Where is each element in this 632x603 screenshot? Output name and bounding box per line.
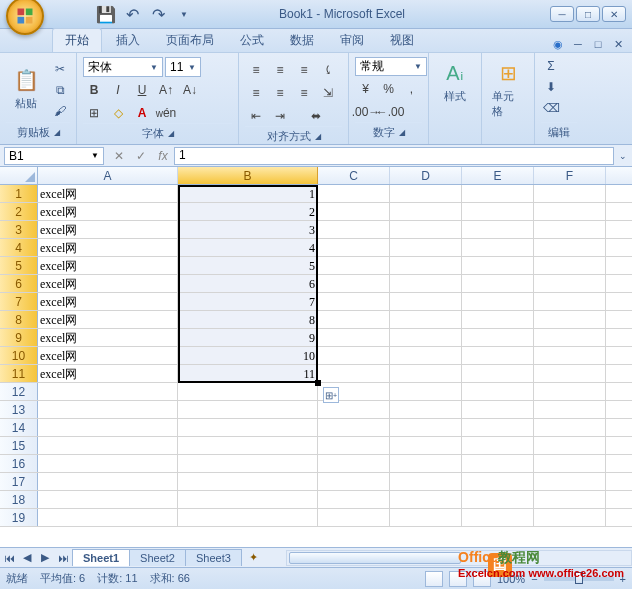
formula-input[interactable]: 1: [174, 147, 614, 165]
cell[interactable]: [318, 365, 390, 382]
cell[interactable]: [318, 419, 390, 436]
row-header[interactable]: 3: [0, 221, 38, 238]
cell[interactable]: [390, 509, 462, 526]
cell[interactable]: [462, 491, 534, 508]
comma-button[interactable]: ,: [401, 79, 422, 99]
cell[interactable]: [318, 257, 390, 274]
fill-handle[interactable]: [315, 380, 321, 386]
row-header[interactable]: 1: [0, 185, 38, 202]
cell[interactable]: [390, 383, 462, 400]
cell[interactable]: [38, 491, 178, 508]
row-header[interactable]: 5: [0, 257, 38, 274]
number-dialog-launcher[interactable]: ◢: [399, 128, 405, 137]
cell[interactable]: [390, 203, 462, 220]
number-format-combo[interactable]: 常规▼: [355, 57, 427, 76]
row-header[interactable]: 7: [0, 293, 38, 310]
cell[interactable]: [462, 239, 534, 256]
cell[interactable]: 10: [178, 347, 318, 364]
sheet-nav-first[interactable]: ⏮: [0, 552, 18, 564]
italic-button[interactable]: I: [107, 80, 129, 100]
row-header[interactable]: 17: [0, 473, 38, 490]
sheet-nav-next[interactable]: ▶: [36, 551, 54, 564]
cell[interactable]: [534, 383, 606, 400]
enter-formula-button[interactable]: ✓: [130, 147, 152, 165]
row-header[interactable]: 19: [0, 509, 38, 526]
cell[interactable]: 9: [178, 329, 318, 346]
cell[interactable]: [534, 365, 606, 382]
decrease-decimal-button[interactable]: ←.00: [379, 102, 401, 122]
cell[interactable]: excel网: [38, 257, 178, 274]
cell[interactable]: [390, 311, 462, 328]
cancel-formula-button[interactable]: ✕: [108, 147, 130, 165]
cell[interactable]: [534, 509, 606, 526]
tab-review[interactable]: 审阅: [328, 29, 376, 52]
doc-close-button[interactable]: ✕: [610, 36, 626, 52]
row-header[interactable]: 16: [0, 455, 38, 472]
cell[interactable]: [462, 473, 534, 490]
row-header[interactable]: 14: [0, 419, 38, 436]
cell[interactable]: [534, 221, 606, 238]
sheet-nav-last[interactable]: ⏭: [54, 552, 72, 564]
cell[interactable]: [462, 347, 534, 364]
cell[interactable]: [390, 455, 462, 472]
cell[interactable]: 8: [178, 311, 318, 328]
cell[interactable]: [178, 419, 318, 436]
cell[interactable]: [534, 311, 606, 328]
cells-button[interactable]: ⊞ 单元格: [488, 57, 528, 123]
align-dialog-launcher[interactable]: ◢: [315, 132, 321, 141]
cell[interactable]: [390, 473, 462, 490]
border-button[interactable]: ⊞: [83, 103, 105, 123]
bold-button[interactable]: B: [83, 80, 105, 100]
cell[interactable]: [318, 473, 390, 490]
cell[interactable]: 4: [178, 239, 318, 256]
column-header-B[interactable]: B: [178, 167, 318, 184]
cell[interactable]: [462, 185, 534, 202]
paste-button[interactable]: 📋 粘贴: [6, 57, 46, 122]
merge-button[interactable]: ⬌: [293, 106, 339, 126]
cell[interactable]: [462, 257, 534, 274]
cell[interactable]: [534, 239, 606, 256]
row-header[interactable]: 9: [0, 329, 38, 346]
scrollbar-thumb[interactable]: [289, 552, 461, 564]
cell[interactable]: [534, 203, 606, 220]
cell[interactable]: [318, 239, 390, 256]
row-header[interactable]: 2: [0, 203, 38, 220]
column-header-E[interactable]: E: [462, 167, 534, 184]
maximize-button[interactable]: □: [576, 6, 600, 22]
cell[interactable]: excel网: [38, 275, 178, 292]
cell[interactable]: [318, 437, 390, 454]
column-header-F[interactable]: F: [534, 167, 606, 184]
cell[interactable]: excel网: [38, 347, 178, 364]
underline-button[interactable]: U: [131, 80, 153, 100]
autofill-options-button[interactable]: ⊞+: [323, 387, 339, 403]
clear-button[interactable]: ⌫: [541, 99, 561, 117]
cell[interactable]: [534, 347, 606, 364]
sheet-tab-2[interactable]: Sheet2: [129, 549, 186, 566]
column-header-C[interactable]: C: [318, 167, 390, 184]
cell[interactable]: [462, 293, 534, 310]
cell[interactable]: [462, 221, 534, 238]
cell[interactable]: [318, 275, 390, 292]
cell[interactable]: 6: [178, 275, 318, 292]
cell[interactable]: [178, 491, 318, 508]
view-normal-button[interactable]: [425, 571, 443, 587]
cell[interactable]: [462, 419, 534, 436]
row-header[interactable]: 12: [0, 383, 38, 400]
cell[interactable]: excel网: [38, 203, 178, 220]
cell[interactable]: [178, 509, 318, 526]
cell[interactable]: [390, 329, 462, 346]
align-right-button[interactable]: ≡: [293, 83, 315, 103]
copy-button[interactable]: ⧉: [50, 81, 70, 99]
cell[interactable]: [534, 419, 606, 436]
tab-home[interactable]: 开始: [52, 28, 102, 52]
cell[interactable]: [534, 491, 606, 508]
tab-insert[interactable]: 插入: [104, 29, 152, 52]
tab-formulas[interactable]: 公式: [228, 29, 276, 52]
row-header[interactable]: 8: [0, 311, 38, 328]
cell[interactable]: [178, 401, 318, 418]
align-top-button[interactable]: ≡: [245, 60, 267, 80]
cell[interactable]: [534, 401, 606, 418]
cell[interactable]: [462, 311, 534, 328]
cell[interactable]: [390, 239, 462, 256]
cell[interactable]: [462, 383, 534, 400]
